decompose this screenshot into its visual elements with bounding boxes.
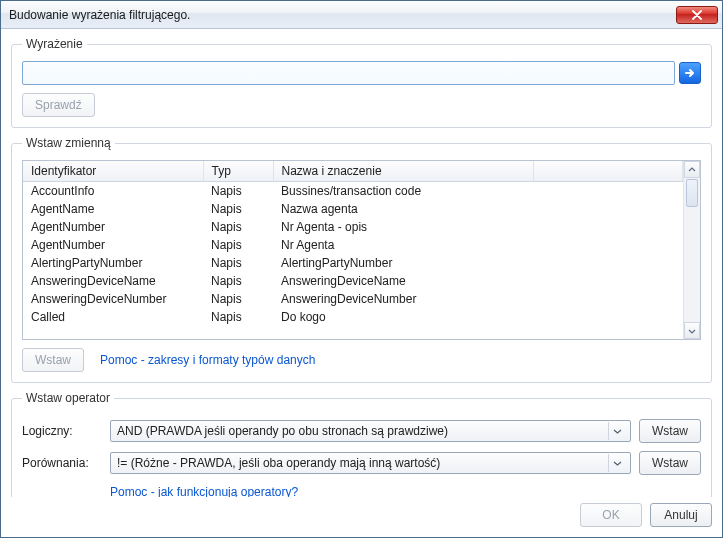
dialog-footer: OK Anuluj bbox=[1, 497, 722, 537]
close-button[interactable] bbox=[676, 6, 718, 24]
operators-group: Wstaw operator Logiczny: AND (PRAWDA jeś… bbox=[11, 391, 712, 497]
ok-button[interactable]: OK bbox=[580, 503, 642, 527]
variables-legend: Wstaw zmienną bbox=[22, 136, 115, 150]
variables-actions: Wstaw Pomoc - zakresy i formaty typów da… bbox=[22, 348, 701, 372]
variables-table: Identyfikator Typ Nazwa i znaczenie Acco… bbox=[23, 161, 683, 326]
insert-variable-button[interactable]: Wstaw bbox=[22, 348, 84, 372]
table-row[interactable]: AgentNameNapisNazwa agenta bbox=[23, 200, 683, 218]
compare-label: Porównania: bbox=[22, 456, 102, 470]
content-area: Wyrażenie Sprawdź Wstaw zmienną bbox=[1, 29, 722, 497]
logical-operator-select[interactable]: AND (PRAWDA jeśli operandy po obu strona… bbox=[110, 420, 631, 442]
dialog-window: Budowanie wyrażenia filtrującego. Wyraże… bbox=[0, 0, 723, 538]
variables-table-scroll[interactable]: Identyfikator Typ Nazwa i znaczenie Acco… bbox=[23, 161, 683, 339]
logical-operator-value: AND (PRAWDA jeśli operandy po obu strona… bbox=[117, 424, 608, 438]
compare-operator-select[interactable]: != (Różne - PRAWDA, jeśli oba operandy m… bbox=[110, 452, 631, 474]
table-row[interactable]: CalledNapisDo kogo bbox=[23, 308, 683, 326]
table-row[interactable]: AccountInfoNapisBussines/transaction cod… bbox=[23, 182, 683, 201]
close-icon bbox=[692, 10, 702, 20]
operators-help-row: Pomoc - jak funkcjonują operatory? bbox=[22, 485, 701, 497]
titlebar: Budowanie wyrażenia filtrującego. bbox=[1, 1, 722, 29]
table-row[interactable]: AnsweringDeviceNumberNapisAnsweringDevic… bbox=[23, 290, 683, 308]
col-type[interactable]: Typ bbox=[203, 161, 273, 182]
col-identifier[interactable]: Identyfikator bbox=[23, 161, 203, 182]
table-row[interactable]: AlertingPartyNumberNapisAlertingPartyNum… bbox=[23, 254, 683, 272]
col-spacer bbox=[533, 161, 683, 182]
scroll-down-button[interactable] bbox=[684, 322, 700, 339]
logical-operator-row: Logiczny: AND (PRAWDA jeśli operandy po … bbox=[22, 419, 701, 443]
expression-input[interactable] bbox=[22, 61, 675, 85]
scroll-thumb[interactable] bbox=[686, 179, 698, 207]
variables-help-link[interactable]: Pomoc - zakresy i formaty typów danych bbox=[100, 353, 315, 367]
chevron-down-icon bbox=[613, 459, 622, 468]
compare-operator-value: != (Różne - PRAWDA, jeśli oba operandy m… bbox=[117, 456, 608, 470]
variables-group: Wstaw zmienną Identyfikator Typ Nazwa i … bbox=[11, 136, 712, 383]
window-title: Budowanie wyrażenia filtrującego. bbox=[9, 8, 676, 22]
variables-tbody: AccountInfoNapisBussines/transaction cod… bbox=[23, 182, 683, 327]
vertical-scrollbar[interactable] bbox=[683, 161, 700, 339]
check-button[interactable]: Sprawdź bbox=[22, 93, 95, 117]
compare-operator-row: Porównania: != (Różne - PRAWDA, jeśli ob… bbox=[22, 451, 701, 475]
insert-compare-button[interactable]: Wstaw bbox=[639, 451, 701, 475]
table-row[interactable]: AnsweringDeviceNameNapisAnsweringDeviceN… bbox=[23, 272, 683, 290]
variables-table-wrap: Identyfikator Typ Nazwa i znaczenie Acco… bbox=[22, 160, 701, 340]
chevron-down-icon bbox=[613, 427, 622, 436]
expression-legend: Wyrażenie bbox=[22, 37, 87, 51]
chevron-down-icon bbox=[688, 327, 696, 335]
arrow-right-icon bbox=[684, 67, 696, 79]
operators-legend: Wstaw operator bbox=[22, 391, 114, 405]
expression-submit-button[interactable] bbox=[679, 62, 701, 84]
expression-group: Wyrażenie Sprawdź bbox=[11, 37, 712, 128]
operators-help-link[interactable]: Pomoc - jak funkcjonują operatory? bbox=[110, 485, 298, 497]
insert-logical-button[interactable]: Wstaw bbox=[639, 419, 701, 443]
expression-check-row: Sprawdź bbox=[22, 93, 701, 117]
table-row[interactable]: AgentNumberNapisNr Agenta - opis bbox=[23, 218, 683, 236]
logical-dropdown-toggle[interactable] bbox=[608, 422, 626, 440]
scroll-up-button[interactable] bbox=[684, 161, 700, 178]
chevron-up-icon bbox=[688, 166, 696, 174]
compare-dropdown-toggle[interactable] bbox=[608, 454, 626, 472]
expression-row bbox=[22, 61, 701, 85]
variables-thead: Identyfikator Typ Nazwa i znaczenie bbox=[23, 161, 683, 182]
col-desc[interactable]: Nazwa i znaczenie bbox=[273, 161, 533, 182]
table-row[interactable]: AgentNumberNapisNr Agenta bbox=[23, 236, 683, 254]
cancel-button[interactable]: Anuluj bbox=[650, 503, 712, 527]
logical-label: Logiczny: bbox=[22, 424, 102, 438]
